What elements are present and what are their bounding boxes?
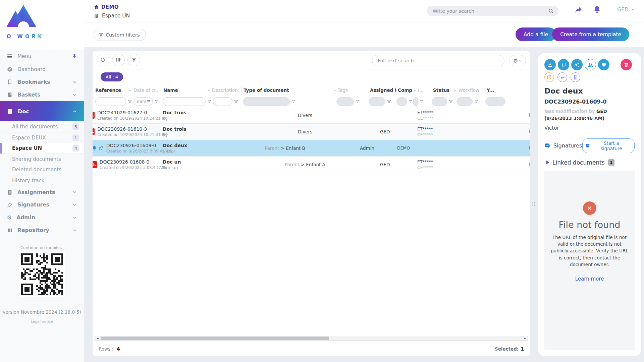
sidebar-item-sharing-documents[interactable]: Sharing documents — [0, 154, 84, 164]
sidebar-item-espace-deux[interactable]: Espace DEUX 1 — [0, 132, 84, 143]
scroll-left-arrow[interactable]: ◄ — [95, 336, 100, 341]
expand-arrow-icon[interactable]: ▸ — [128, 88, 133, 93]
open-external-button[interactable] — [544, 72, 554, 82]
manage-users-button[interactable] — [585, 59, 596, 70]
row-spacer — [484, 107, 530, 123]
column-header-type[interactable]: Type of document — [241, 87, 332, 93]
columns-button[interactable] — [112, 54, 125, 66]
column-header-status[interactable]: Status — [430, 87, 452, 93]
funnel-icon[interactable] — [418, 100, 424, 104]
sidebar-item-dashboard[interactable]: Dashboard — [0, 63, 84, 76]
funnel-icon[interactable] — [385, 99, 393, 104]
panel-resize-handle[interactable] — [532, 197, 535, 210]
funnel-icon[interactable] — [232, 99, 240, 104]
funnel-icon[interactable] — [126, 99, 133, 104]
sidebar-item-history-track[interactable]: History track — [0, 175, 84, 186]
document-reference: DOC230926-01610-3 — [97, 126, 167, 132]
scrollbar-track[interactable] — [100, 336, 523, 341]
table-settings-button[interactable]: ⚙ — [509, 55, 526, 66]
column-header-workflow[interactable]: Workflow — [459, 87, 484, 93]
share-document-button[interactable] — [571, 59, 583, 70]
sidebar-item-bookmarks[interactable]: Bookmarks — [0, 76, 84, 88]
expand-arrow-icon[interactable]: ▸ — [207, 88, 211, 93]
global-search-input[interactable] — [433, 8, 548, 14]
sidebar-item-signatures[interactable]: Signatures — [0, 198, 84, 211]
table-row[interactable]: DOC230926-01610-3 Created on 10/29/2024 … — [93, 124, 530, 140]
alert-bell-icon — [93, 145, 97, 151]
duplicate-button[interactable] — [558, 59, 569, 70]
start-signature-button[interactable]: Start a signature — [582, 138, 635, 153]
funnel-icon[interactable] — [153, 99, 160, 104]
document-subtitle: Doc un — [163, 165, 241, 170]
sidebar-item-repository[interactable]: Repository — [0, 224, 84, 237]
share-button[interactable] — [574, 6, 583, 14]
legal-notice-link[interactable]: Legal notice — [0, 319, 84, 324]
document-created: Created on 10/29/2024 10:24:21 PM — [97, 116, 167, 121]
notifications-button[interactable] — [593, 5, 601, 14]
horizontal-scrollbar[interactable]: ◄ ► — [95, 336, 528, 341]
funnel-icon[interactable] — [206, 99, 213, 104]
column-header-tags[interactable]: Tags — [338, 87, 367, 93]
chevron-down-icon — [72, 190, 77, 195]
user-menu[interactable]: GED — [617, 7, 635, 13]
document-company: ET***** — [417, 126, 430, 131]
sidebar-item-deleted-documents[interactable]: Deleted documents — [0, 164, 84, 175]
signatures-section: Signatures Start a signature — [544, 138, 635, 153]
table-row[interactable]: DOC230926-01608-0 Created on 9/26/2023 3… — [93, 157, 530, 173]
description-filter-input[interactable] — [213, 97, 232, 106]
search-icon[interactable] — [548, 8, 554, 14]
column-header-date[interactable]: Date of cr... — [133, 87, 161, 93]
add-file-button[interactable]: Add a file — [516, 27, 556, 41]
column-header-company[interactable]: Comp... — [396, 87, 412, 93]
scrollbar-thumb[interactable] — [101, 337, 329, 340]
document-properties-button[interactable] — [571, 72, 580, 82]
delete-button[interactable] — [621, 59, 632, 70]
document-type: Divers — [298, 113, 312, 118]
column-header-i[interactable]: I... — [418, 87, 430, 93]
sidebar-item-espace-un[interactable]: Espace UN 4 — [0, 143, 84, 154]
return-button[interactable] — [557, 72, 567, 82]
expand-arrow-icon[interactable]: ▸ — [332, 88, 337, 93]
hamburger-icon — [7, 53, 13, 59]
sidebar-item-admin[interactable]: ⚙ Admin — [0, 211, 84, 224]
column-header-description[interactable]: Description — [212, 87, 241, 93]
sidebar-item-baskets[interactable]: Baskets — [0, 88, 84, 101]
sidebar-menu-row[interactable]: Menu — [0, 50, 84, 63]
pin-icon[interactable] — [72, 54, 77, 59]
name-filter-input[interactable] — [163, 97, 206, 106]
learn-more-link[interactable]: Learn more — [575, 276, 604, 282]
app-logo[interactable]: O'WORK — [0, 0, 84, 50]
column-header-reference[interactable]: Reference — [95, 87, 127, 93]
reference-filter-input[interactable] — [95, 97, 126, 106]
funnel-icon[interactable] — [354, 99, 361, 104]
type-filter-disabled — [243, 97, 290, 106]
sidebar-item-all-documents[interactable]: All the documents 5 — [0, 121, 84, 132]
column-header-y[interactable]: Y... — [484, 87, 494, 93]
date-filter-input[interactable] — [133, 97, 153, 106]
expand-arrow-icon[interactable]: ▸ — [413, 88, 417, 93]
funnel-icon[interactable] — [473, 99, 480, 104]
column-header-name[interactable]: Name — [161, 87, 206, 93]
column-header-assigned[interactable]: Assigned t... — [367, 87, 396, 93]
expand-arrow-icon[interactable]: ▸ — [453, 88, 458, 93]
create-from-template-button[interactable]: Create from a template — [552, 27, 629, 41]
favorite-button[interactable] — [598, 59, 609, 70]
table-filter-button[interactable] — [127, 54, 140, 66]
sidebar-item-doc[interactable]: Doc — [0, 101, 84, 121]
table-row[interactable]: DOC241029-01627-0 Created on 10/29/2024 … — [93, 107, 530, 124]
table-row-selected[interactable]: DOC230926-01609-0 Created on 9/26/2023 3… — [93, 140, 530, 157]
download-button[interactable] — [544, 59, 556, 70]
refresh-button[interactable] — [97, 54, 109, 66]
breadcrumb-root[interactable]: DEMO — [94, 4, 119, 10]
fulltext-search-input[interactable] — [378, 58, 499, 63]
sidebar-item-assignments[interactable]: Assignments — [0, 186, 84, 198]
breadcrumb-page[interactable]: Espace UN — [94, 13, 130, 19]
linked-documents-toggle[interactable]: Linked documents 1 — [544, 159, 635, 166]
funnel-icon[interactable] — [290, 99, 297, 104]
document-author: Victor — [544, 125, 635, 131]
funnel-icon[interactable] — [447, 99, 454, 104]
scroll-right-arrow[interactable]: ► — [523, 336, 528, 341]
custom-filters-button[interactable]: Custom filters — [94, 29, 146, 41]
funnel-icon[interactable] — [407, 100, 413, 104]
tab-all-documents[interactable]: All : 4 — [101, 72, 123, 81]
